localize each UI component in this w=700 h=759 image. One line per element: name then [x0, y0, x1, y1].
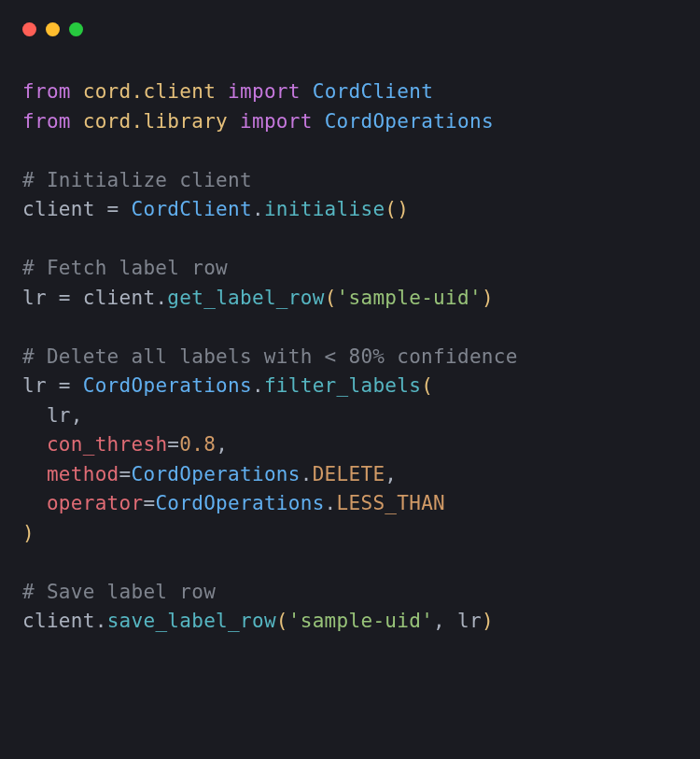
class-name: CordOperations	[155, 492, 324, 514]
paren-open: (	[276, 610, 288, 632]
object: client	[83, 287, 156, 309]
kwarg-name: method	[47, 463, 119, 485]
minimize-icon[interactable]	[46, 22, 60, 36]
argument: lr	[457, 610, 482, 632]
class-name: CordClient	[132, 198, 252, 220]
string-literal: 'sample-uid'	[337, 287, 482, 309]
function-call: get_label_row	[167, 287, 324, 309]
dot: .	[252, 198, 264, 220]
class-name: CordOperations	[325, 110, 494, 133]
operator: =	[95, 198, 132, 220]
constant: DELETE	[313, 463, 385, 485]
comma: ,	[216, 433, 228, 456]
maximize-icon[interactable]	[69, 22, 83, 36]
dot: .	[155, 287, 167, 309]
parentheses: ()	[385, 198, 409, 220]
paren-close: )	[482, 610, 494, 632]
kwarg-name: operator	[47, 492, 144, 514]
kwarg-name: con_thresh	[47, 433, 167, 456]
comma: ,	[433, 610, 457, 632]
argument: lr	[47, 404, 71, 427]
module-path: cord.client	[83, 80, 216, 103]
variable: lr	[22, 287, 47, 309]
keyword-import: import	[228, 80, 301, 103]
dot: .	[301, 463, 313, 485]
variable: client	[22, 198, 95, 220]
dot: .	[95, 610, 107, 632]
indent	[22, 404, 47, 427]
dot: .	[325, 492, 337, 514]
keyword-from: from	[22, 80, 71, 103]
operator: =	[47, 374, 83, 397]
paren-open: (	[325, 287, 337, 309]
constant: LESS_THAN	[337, 492, 446, 514]
variable: lr	[22, 374, 47, 397]
function-call: initialise	[264, 198, 385, 220]
code-block: from cord.client import CordClient from …	[22, 77, 678, 637]
string-literal: 'sample-uid'	[288, 610, 433, 632]
comment: # Initialize client	[22, 169, 252, 191]
keyword-from: from	[22, 110, 71, 133]
object: client	[22, 610, 95, 632]
code-window: from cord.client import CordClient from …	[0, 0, 700, 759]
indent	[22, 463, 47, 485]
operator: =	[119, 463, 132, 485]
comment: # Fetch label row	[22, 257, 228, 279]
indent	[22, 433, 47, 456]
comment: # Save label row	[22, 581, 216, 603]
operator: =	[47, 287, 83, 309]
window-titlebar	[22, 22, 678, 36]
function-call: filter_labels	[264, 374, 421, 397]
number-literal: 0.8	[179, 433, 216, 456]
class-name: CordOperations	[83, 374, 252, 397]
class-name: CordOperations	[132, 463, 301, 485]
function-call: save_label_row	[107, 610, 276, 632]
paren-close: )	[22, 522, 35, 544]
dot: .	[252, 374, 264, 397]
comment: # Delete all labels with < 80% confidenc…	[22, 345, 518, 368]
indent	[22, 492, 47, 514]
close-icon[interactable]	[22, 22, 36, 36]
operator: =	[167, 433, 179, 456]
class-name: CordClient	[313, 80, 433, 103]
comma: ,	[71, 404, 83, 427]
keyword-import: import	[240, 110, 313, 133]
comma: ,	[385, 463, 397, 485]
operator: =	[143, 492, 155, 514]
paren-open: (	[421, 374, 433, 397]
paren-close: )	[482, 287, 494, 309]
module-path: cord.library	[83, 110, 228, 133]
